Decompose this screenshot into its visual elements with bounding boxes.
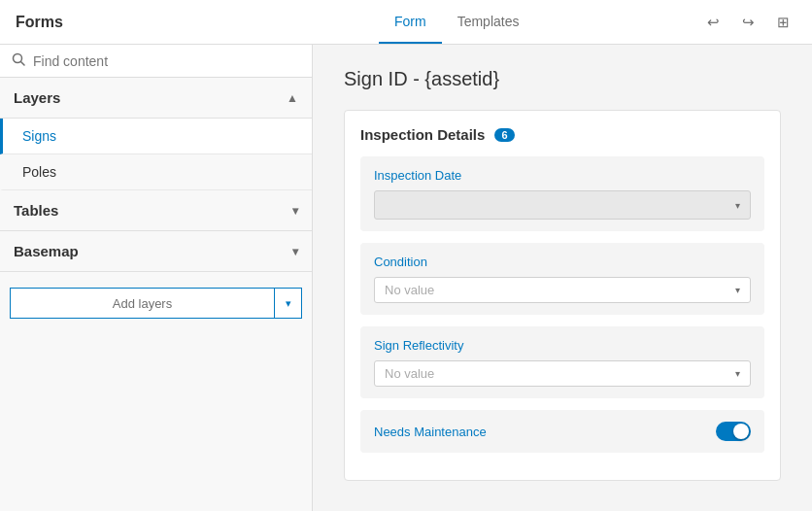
field-sign-reflectivity: Sign Reflectivity No value ▾ — [360, 326, 764, 398]
app-title: Forms — [16, 14, 93, 31]
redo-button[interactable]: ↪ — [734, 9, 761, 36]
field-condition: Condition No value ▾ — [360, 243, 764, 315]
section-badge: 6 — [494, 128, 514, 142]
tab-bar: Form Templates — [379, 0, 699, 44]
tab-form[interactable]: Form — [379, 0, 442, 44]
condition-select[interactable]: No value ▾ — [374, 277, 751, 303]
inspection-date-select[interactable]: ▾ — [374, 190, 751, 220]
tables-section-header[interactable]: Tables ▾ — [0, 190, 312, 231]
page-title: Sign ID - {assetid} — [344, 68, 781, 90]
grid-icon: ⊞ — [777, 14, 790, 31]
field-needs-maintenance: Needs Maintenance — [360, 410, 764, 453]
content-area: Sign ID - {assetid} Inspection Details 6… — [313, 45, 812, 511]
redo-icon: ↪ — [742, 14, 755, 31]
top-header: Forms Form Templates ↩ ↪ ⊞ — [0, 0, 812, 45]
sign-reflectivity-select[interactable]: No value ▾ — [374, 360, 751, 387]
sidebar: Layers ▲ Signs Poles Tables ▾ Basemap ▾ … — [0, 45, 313, 511]
layers-items: Signs Poles — [0, 119, 312, 190]
layers-section-header[interactable]: Layers ▲ — [0, 78, 312, 119]
condition-arrow-icon: ▾ — [735, 285, 740, 295]
undo-button[interactable]: ↩ — [699, 9, 727, 36]
svg-line-1 — [21, 62, 25, 66]
basemap-section-header[interactable]: Basemap ▾ — [0, 231, 312, 272]
sign-reflectivity-arrow-icon: ▾ — [735, 368, 740, 379]
search-icon — [12, 52, 25, 69]
field-inspection-date: Inspection Date ▾ — [360, 156, 764, 231]
needs-maintenance-toggle[interactable] — [716, 422, 751, 441]
undo-icon: ↩ — [707, 14, 720, 31]
inspection-date-arrow-icon: ▾ — [735, 200, 740, 211]
basemap-section-label: Basemap — [14, 243, 79, 259]
header-actions: ↩ ↪ ⊞ — [699, 9, 796, 36]
basemap-chevron-icon: ▾ — [292, 245, 298, 258]
layer-item-poles[interactable]: Poles — [0, 154, 312, 190]
section-card-header: Inspection Details 6 — [360, 126, 764, 143]
layers-section-label: Layers — [14, 89, 60, 106]
tab-templates[interactable]: Templates — [442, 0, 535, 44]
grid-button[interactable]: ⊞ — [769, 9, 796, 36]
condition-value: No value — [385, 283, 434, 297]
sign-reflectivity-value: No value — [385, 366, 434, 381]
add-layers-dropdown-button[interactable]: ▾ — [274, 289, 301, 318]
add-layers-row: Add layers ▾ — [10, 288, 302, 319]
condition-label: Condition — [374, 255, 751, 269]
add-layers-button[interactable]: Add layers — [11, 289, 274, 318]
section-card-title: Inspection Details — [360, 126, 485, 143]
sign-reflectivity-label: Sign Reflectivity — [374, 338, 751, 353]
tables-chevron-icon: ▾ — [292, 204, 298, 218]
search-bar — [0, 45, 312, 78]
needs-maintenance-label: Needs Maintenance — [374, 425, 487, 439]
layers-chevron-icon: ▲ — [287, 91, 298, 105]
main-layout: Layers ▲ Signs Poles Tables ▾ Basemap ▾ … — [0, 45, 812, 511]
layer-item-signs[interactable]: Signs — [0, 119, 312, 154]
inspection-details-card: Inspection Details 6 Inspection Date ▾ C… — [344, 110, 781, 481]
inspection-date-label: Inspection Date — [374, 168, 751, 183]
tables-section-label: Tables — [14, 202, 58, 219]
toggle-knob — [733, 424, 749, 439]
add-layers-dropdown-icon: ▾ — [286, 297, 291, 310]
search-input[interactable] — [33, 53, 300, 69]
